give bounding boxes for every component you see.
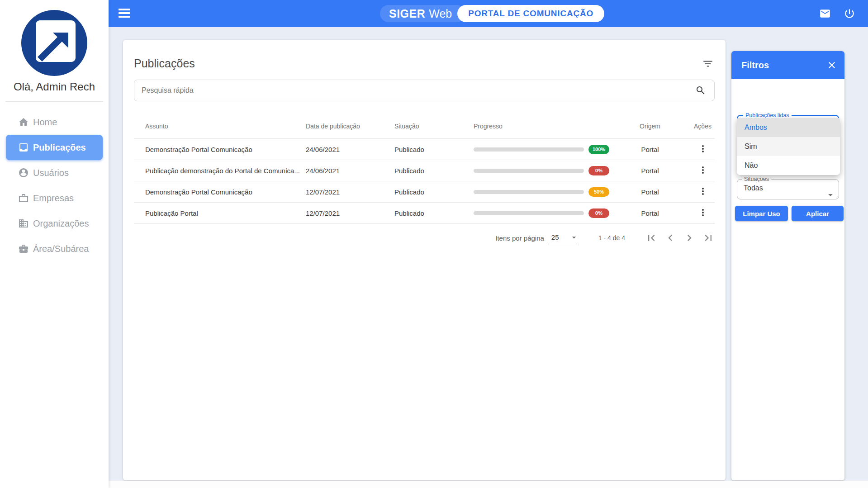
page-range-label: 1 - 4 de 4 <box>598 234 625 242</box>
cell-progresso: 0% <box>474 166 609 175</box>
cell-assunto: Demonstração Portal Comunicação <box>134 146 306 153</box>
search-icon[interactable] <box>695 85 706 96</box>
sidebar-item-area-subarea[interactable]: Área/Subárea <box>6 236 103 261</box>
cell-assunto: Publicação Portal <box>134 209 306 217</box>
close-icon[interactable] <box>826 60 837 71</box>
row-actions-kebab-icon[interactable] <box>697 186 708 197</box>
last-page-button[interactable] <box>702 232 715 244</box>
sidebar-item-usuarios[interactable]: Usuários <box>6 160 103 185</box>
filter-list-icon[interactable] <box>702 58 714 70</box>
home-icon <box>18 117 29 128</box>
users-icon <box>18 167 29 178</box>
items-per-page-label: Itens por página <box>495 234 544 242</box>
portal-badge-label: PORTAL DE COMUNICAÇÃO <box>468 9 593 19</box>
dropdown-option-sim[interactable]: Sim <box>737 137 840 156</box>
cell-data-publicacao: 24/06/2021 <box>306 146 394 153</box>
dropdown-option-ambos[interactable]: Ambos <box>737 118 840 137</box>
search-input[interactable] <box>134 86 695 95</box>
brand-secondary: Web <box>429 7 452 20</box>
table-row: Publicação demonstração do Portal de Com… <box>134 160 715 181</box>
cell-origem: Portal <box>609 209 691 217</box>
progress-bar <box>474 147 584 152</box>
cell-situacao: Publicado <box>394 188 474 196</box>
brand-primary: SIGER <box>389 7 425 20</box>
progress-badge: 50% <box>588 187 609 197</box>
column-header: Situação <box>394 123 474 130</box>
sidebar-divider <box>5 101 103 102</box>
progress-bar <box>474 211 584 215</box>
next-page-button[interactable] <box>683 232 696 244</box>
cell-situacao: Publicado <box>394 167 474 175</box>
cell-situacao: Publicado <box>394 209 474 217</box>
cell-situacao: Publicado <box>394 146 474 153</box>
main-area: Publicações AssuntoData de publicaçãoSit… <box>109 27 868 488</box>
cell-origem: Portal <box>609 188 691 196</box>
row-actions-kebab-icon[interactable] <box>697 165 708 175</box>
sidebar-item-label: Área/Subárea <box>33 244 89 254</box>
cell-progresso: 0% <box>474 208 609 218</box>
publications-table: AssuntoData de publicaçãoSituaçãoProgres… <box>134 114 715 224</box>
column-header: Ações <box>691 123 715 130</box>
progress-bar <box>474 190 584 194</box>
topbar: SIGER Web PORTAL DE COMUNICAÇÃO <box>109 0 868 27</box>
row-actions-kebab-icon[interactable] <box>697 207 708 218</box>
siger-web-logo: SIGER Web <box>380 5 465 22</box>
progress-badge: 100% <box>588 145 609 154</box>
sidebar-item-organizacoes[interactable]: Organizações <box>6 211 103 236</box>
items-per-page-select[interactable]: 25 <box>550 232 579 244</box>
cell-data-publicacao: 24/06/2021 <box>306 167 394 175</box>
portal-badge: PORTAL DE COMUNICAÇÃO <box>457 5 604 22</box>
row-actions-kebab-icon[interactable] <box>697 143 708 154</box>
sidebar-item-publicacoes[interactable]: Publicações <box>6 135 103 160</box>
publications-icon <box>18 142 29 153</box>
column-header: Data de publicação <box>306 123 394 130</box>
situacoes-select[interactable]: Situações Todas <box>737 176 839 199</box>
apply-button[interactable]: Aplicar <box>792 206 844 221</box>
search-box <box>134 80 715 101</box>
sidebar-item-label: Usuários <box>33 168 69 178</box>
progress-badge: 0% <box>588 208 609 218</box>
cell-assunto: Demonstração Portal Comunicação <box>134 188 306 196</box>
app-logo: SIGER Web PORTAL DE COMUNICAÇÃO <box>380 5 604 22</box>
column-header: Origem <box>609 123 691 130</box>
publicacoes-lidas-dropdown: AmbosSimNão <box>737 118 840 175</box>
cell-data-publicacao: 12/07/2021 <box>306 188 394 196</box>
filters-header: Filtros <box>731 51 844 79</box>
sidebar: Olá, Admin Rech HomePublicaçõesUsuáriosE… <box>0 0 109 488</box>
table-header-row: AssuntoData de publicaçãoSituaçãoProgres… <box>134 114 715 139</box>
previous-page-button[interactable] <box>664 232 677 244</box>
situacoes-value: Todas <box>744 184 839 192</box>
dropdown-caret-icon <box>569 233 579 242</box>
page-title: Publicações <box>134 57 195 70</box>
sidebar-item-label: Home <box>33 117 57 128</box>
table-row: Publicação Portal12/07/2021Publicado0%Po… <box>134 203 715 224</box>
power-icon[interactable] <box>844 8 855 19</box>
filters-drawer: Filtros Publicações lidas AmbosSimNão Si… <box>731 51 844 480</box>
avatar <box>20 9 88 77</box>
area-icon <box>18 243 29 254</box>
cell-progresso: 50% <box>474 187 609 197</box>
organizations-icon <box>18 218 29 229</box>
progress-bar <box>474 169 584 173</box>
sidebar-item-label: Empresas <box>33 193 74 204</box>
user-greeting: Olá, Admin Rech <box>0 81 109 93</box>
sidebar-item-label: Organizações <box>33 218 89 229</box>
table-row: Demonstração Portal Comunicação12/07/202… <box>134 181 715 203</box>
dropdown-caret-icon <box>825 190 836 200</box>
cell-progresso: 100% <box>474 145 609 154</box>
sidebar-nav: HomePublicaçõesUsuáriosEmpresasOrganizaç… <box>0 109 109 261</box>
menu-icon[interactable] <box>119 9 131 19</box>
first-page-button[interactable] <box>645 232 658 244</box>
mail-icon[interactable] <box>819 8 831 19</box>
horizontal-scrollbar[interactable] <box>109 481 868 488</box>
dropdown-option-nao[interactable]: Não <box>737 156 840 175</box>
situacoes-label: Situações <box>742 176 771 182</box>
progress-badge: 0% <box>588 166 609 175</box>
paginator: Itens por página 25 1 - 4 de 4 <box>134 224 715 252</box>
column-header: Assunto <box>134 123 306 130</box>
sidebar-item-home[interactable]: Home <box>6 109 103 135</box>
cell-assunto: Publicação demonstração do Portal de Com… <box>134 167 306 175</box>
cell-origem: Portal <box>609 167 691 175</box>
clear-button[interactable]: Limpar Uso <box>735 206 788 221</box>
sidebar-item-empresas[interactable]: Empresas <box>6 185 103 211</box>
